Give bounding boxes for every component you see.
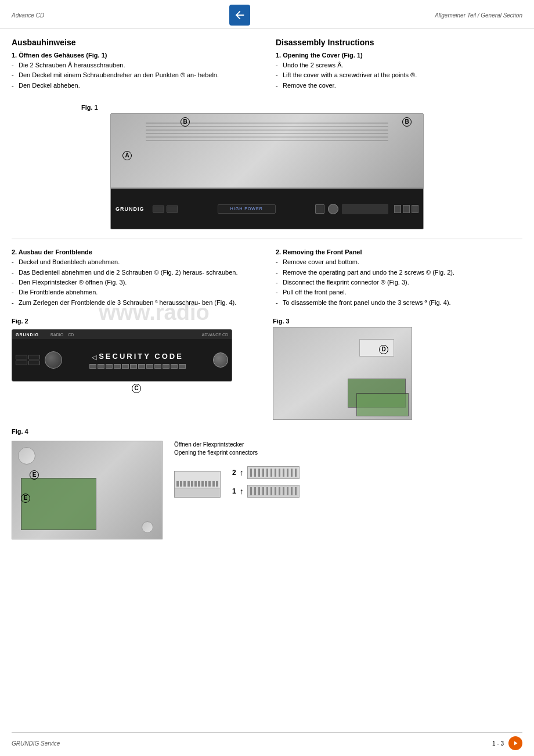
fig1-container: Fig. 1 B B A	[12, 104, 522, 229]
fig3-pcb	[356, 393, 409, 416]
code-dash-6	[130, 364, 137, 369]
fig4-screw-top	[18, 447, 35, 465]
arrow-1-row: 1 ↑	[232, 485, 300, 498]
list-item: Die Frontblende abnehmen.	[12, 288, 258, 297]
fig3-section: Fig. 3 D	[273, 318, 522, 420]
list-item: Den Flexprintstecker ® öffnen (Fig. 3).	[12, 278, 258, 287]
fig2-marker-c: C	[12, 384, 261, 393]
arrow-right-icon	[512, 740, 519, 747]
security-code-label: SECURITY CODE	[99, 352, 183, 361]
arrow-2-up: ↑	[240, 468, 244, 477]
fig2-left-knob[interactable]	[45, 351, 62, 369]
german-sub1-list: Die 2 Schrauben Â herausschrauben. Den D…	[12, 61, 258, 90]
fig2-top-bar: GRUNDIG RADIO CD ADVANCE CD	[12, 330, 232, 339]
english-title: Disassembly Instructions	[276, 38, 522, 47]
section1-columns: Ausbauhinweise 1. Öffnen des Gehäuses (F…	[12, 38, 522, 95]
fig1-top-panel: B B A	[111, 114, 423, 189]
list-item: Remove the cover.	[276, 81, 522, 90]
fig3-marker-d: D	[379, 345, 388, 354]
code-dash-11	[171, 364, 178, 369]
german-title: Ausbauhinweise	[12, 38, 258, 47]
fig1-label: Fig. 1	[81, 104, 98, 111]
flexprint-label: Öffnen der Flexprintstecker Opening the …	[174, 441, 522, 457]
list-item: Remove the operating part and undo the 2…	[276, 268, 522, 277]
english-sub1-title: 1. Opening the Cover (Fig. 1)	[276, 52, 522, 59]
fig1-image: B B A GRUNDIG	[110, 113, 424, 229]
code-dash-5	[122, 364, 129, 369]
fig4-marker-e2: E	[21, 494, 30, 503]
fig2-right-knob[interactable]	[213, 352, 228, 368]
fig2-middle-content: ◁ SECURITY CODE	[12, 339, 232, 381]
list-item: Die 2 Schrauben Â herausschrauben.	[12, 61, 258, 70]
list-item: Deckel und Bodenblech abnehmen.	[12, 258, 258, 267]
back-arrow-icon[interactable]	[229, 5, 250, 26]
connector-top	[174, 471, 221, 488]
fig4-area: Fig. 4 E E Öffnen der Flexprintstecker	[12, 428, 522, 539]
fig4-screw-bottom	[142, 521, 153, 533]
page-footer: GRUNDIG Service 1 - 3	[12, 732, 522, 750]
fig4-content: E E Öffnen der Flexprintstecker Opening …	[12, 441, 522, 539]
fig2-player: GRUNDIG RADIO CD ADVANCE CD	[12, 329, 232, 381]
code-dash-4	[114, 364, 121, 369]
flexprint-diagrams: 2 ↑	[174, 466, 522, 498]
arrow-svg	[233, 9, 246, 21]
english-sub2-list: Remove cover and bottom. Remove the oper…	[276, 258, 522, 307]
german-sub1-title: 1. Öffnen des Gehäuses (Fig. 1)	[12, 52, 258, 59]
german-section: Ausbauhinweise 1. Öffnen des Gehäuses (F…	[12, 38, 258, 95]
code-dash-1	[89, 364, 96, 369]
section-divider	[12, 239, 522, 239]
fig1-marker-b-right: B	[402, 117, 412, 127]
fig1-marker-a: A	[122, 151, 132, 160]
english-section: Disassembly Instructions 1. Opening the …	[276, 38, 522, 95]
arrow-1-up: ↑	[240, 487, 244, 496]
german-sub2-list: Deckel und Bodenblech abnehmen. Das Bedi…	[12, 258, 258, 307]
fig1-bottom-panel: GRUNDIG HIGH POWER	[111, 189, 423, 229]
fig2-section: Fig. 2 GRUNDIG RADIO CD ADVANCE CD	[12, 318, 261, 420]
fig2-main-display: ◁ SECURITY CODE	[66, 352, 210, 369]
english-section2: 2. Removing the Front Panel Remove cover…	[276, 249, 522, 312]
page-header: Advance CD Allgemeiner Teil / General Se…	[0, 0, 534, 28]
list-item: Das Bedienteil abnehmen und die 2 Schrau…	[12, 268, 258, 277]
code-dash-2	[98, 364, 104, 369]
fig3-image: D	[273, 327, 412, 420]
flexprint-connector-left	[174, 471, 221, 498]
next-page-button[interactable]	[508, 736, 522, 750]
code-dash-9	[154, 364, 161, 369]
list-item: Disconnect the flexprint connector ® (Fi…	[276, 278, 522, 287]
code-dash-10	[163, 364, 169, 369]
connector-right-bottom	[247, 485, 300, 498]
section2-columns: 2. Ausbau der Frontblende Deckel und Bod…	[12, 249, 522, 312]
grundig-brand: GRUNDIG	[116, 206, 145, 212]
header-right-label: Allgemeiner Teil / General Section	[435, 12, 522, 19]
fig2-container: GRUNDIG RADIO CD ADVANCE CD	[12, 329, 261, 393]
fig4-marker-e1: E	[30, 470, 39, 480]
code-dash-3	[106, 364, 113, 369]
connector-right-top	[247, 466, 300, 479]
fig3-connector	[359, 339, 394, 357]
list-item: Den Deckel abheben.	[12, 81, 258, 90]
list-item: Lift the cover with a screwdriver at the…	[276, 71, 522, 80]
player-display	[342, 204, 388, 214]
list-item: Undo the 2 screws Â.	[276, 61, 522, 70]
list-item: Remove cover and bottom.	[276, 258, 522, 267]
player-knob[interactable]	[328, 204, 338, 214]
fig2-fig3-row: Fig. 2 GRUNDIG RADIO CD ADVANCE CD	[12, 318, 522, 420]
code-dash-8	[146, 364, 153, 369]
arrow-2-row: 2 ↑	[232, 466, 300, 479]
list-item: Zum Zerlegen der Frontblende die 3 Schra…	[12, 298, 258, 307]
list-item: Pull off the front panel.	[276, 288, 522, 297]
code-dash-7	[138, 364, 145, 369]
code-dash-12	[179, 364, 186, 369]
german-section2: 2. Ausbau der Frontblende Deckel und Bod…	[12, 249, 258, 312]
fig2-label: Fig. 2	[12, 318, 261, 325]
security-triangle: ◁	[92, 354, 96, 361]
header-left-label: Advance CD	[12, 12, 44, 19]
fig2-brand-label: GRUNDIG	[16, 333, 39, 337]
fig4-pcb	[21, 478, 96, 530]
fig3-label: Fig. 3	[273, 318, 522, 325]
fig2-advance-label: ADVANCE CD	[202, 333, 228, 337]
connector-body	[174, 488, 221, 498]
code-dashes	[89, 364, 186, 369]
english-sub2-title: 2. Removing the Front Panel	[276, 249, 522, 255]
footer-page-number: 1 - 3	[492, 740, 504, 747]
